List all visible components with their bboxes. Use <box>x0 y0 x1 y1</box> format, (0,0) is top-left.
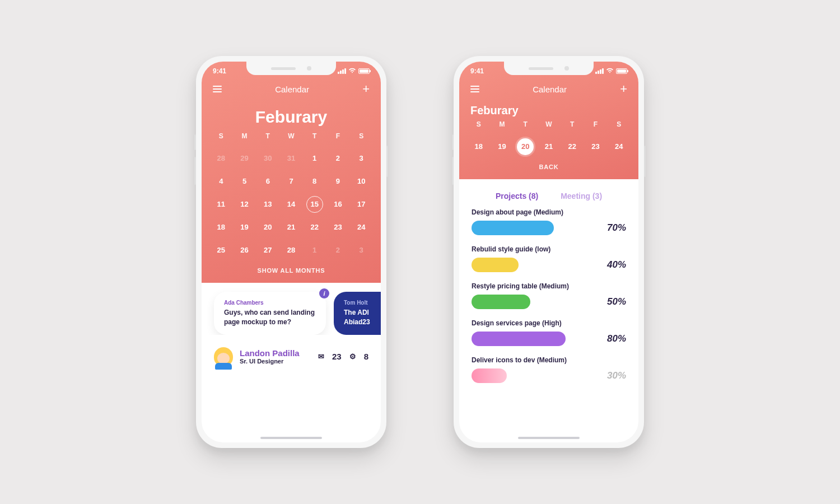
add-button[interactable]: + <box>620 83 627 95</box>
navbar-title: Calendar <box>533 85 567 94</box>
show-all-months-button[interactable]: SHOW ALL MONTHS <box>202 262 381 283</box>
day-cell[interactable]: 22 <box>561 135 584 158</box>
day-cell[interactable]: 27 <box>256 239 279 262</box>
home-indicator[interactable] <box>260 437 322 439</box>
weekday-label: T <box>256 132 279 140</box>
weekday-label: T <box>561 120 584 128</box>
project-label: Rebulid style guide (low) <box>472 245 626 253</box>
settings-count: 8 <box>364 352 368 361</box>
progress-bar <box>472 221 554 235</box>
day-cell[interactable]: 4 <box>209 170 233 193</box>
phone-calendar-week: 9:41 Calendar + Feburary SMTWTFS <box>454 56 644 448</box>
week-days: 18192021222324 <box>459 135 638 158</box>
weekday-label: F <box>326 132 350 140</box>
info-icon[interactable]: i <box>319 288 329 298</box>
project-item[interactable]: Restyle pricing table (Medium)50% <box>472 282 626 309</box>
day-cell[interactable]: 23 <box>584 135 608 158</box>
chat-sender: Ada Chambers <box>224 300 316 306</box>
day-cell[interactable]: 10 <box>349 170 373 193</box>
day-cell[interactable]: 28 <box>209 147 233 170</box>
progress-bar <box>472 258 519 272</box>
day-cell[interactable]: 15 <box>303 193 326 216</box>
day-cell[interactable]: 5 <box>233 170 256 193</box>
phone-calendar-month: 9:41 Calendar + Feburary SMTWTFS <box>196 56 386 448</box>
chat-card[interactable]: i Ada Chambers Guys, who can send landin… <box>214 292 326 335</box>
home-indicator[interactable] <box>518 437 580 439</box>
day-cell[interactable]: 24 <box>349 216 373 239</box>
profile-row: Landon Padilla Sr. UI Designer ✉ 23 ⚙ 8 <box>202 335 381 379</box>
weekday-label: F <box>584 120 608 128</box>
day-cell[interactable]: 20 <box>256 216 279 239</box>
add-button[interactable]: + <box>362 83 370 95</box>
day-cell[interactable]: 19 <box>491 135 514 158</box>
day-cell[interactable]: 21 <box>279 216 303 239</box>
day-cell[interactable]: 18 <box>209 216 233 239</box>
day-cell[interactable]: 25 <box>209 239 233 262</box>
day-cell[interactable]: 23 <box>326 216 350 239</box>
day-cell[interactable]: 3 <box>349 239 373 262</box>
day-cell[interactable]: 8 <box>303 170 326 193</box>
day-row: 45678910 <box>202 170 381 193</box>
menu-icon[interactable] <box>213 86 222 92</box>
project-item[interactable]: Rebulid style guide (low)40% <box>472 245 626 272</box>
month-title: Feburary <box>202 108 381 127</box>
project-item[interactable]: Design services page (High)80% <box>472 319 626 346</box>
weekday-header: SMTWTFS <box>202 132 381 147</box>
day-cell[interactable]: 11 <box>209 193 233 216</box>
project-item[interactable]: Design about page (Medium)70% <box>472 208 626 235</box>
weekday-label: T <box>514 120 537 128</box>
mail-icon[interactable]: ✉ <box>318 352 324 361</box>
day-cell[interactable]: 7 <box>279 170 303 193</box>
progress-percent: 40% <box>607 259 626 270</box>
back-button[interactable]: BACK <box>459 158 638 179</box>
day-cell[interactable]: 26 <box>233 239 256 262</box>
day-cell[interactable]: 20 <box>514 135 537 158</box>
day-cell[interactable]: 18 <box>467 135 491 158</box>
day-cell[interactable]: 29 <box>233 147 256 170</box>
projects-list: Design about page (Medium)70%Rebulid sty… <box>459 208 638 399</box>
day-cell[interactable]: 30 <box>256 147 279 170</box>
day-cell[interactable]: 12 <box>233 193 256 216</box>
progress-bar <box>472 332 566 346</box>
progress-percent: 30% <box>607 370 626 381</box>
day-cell[interactable]: 3 <box>349 147 373 170</box>
chat-carousel[interactable]: i Ada Chambers Guys, who can send landin… <box>202 283 381 335</box>
day-cell[interactable]: 22 <box>303 216 326 239</box>
day-cell[interactable]: 31 <box>279 147 303 170</box>
day-cell[interactable]: 16 <box>326 193 350 216</box>
signal-icon <box>595 68 604 74</box>
day-cell[interactable]: 17 <box>349 193 373 216</box>
project-label: Design services page (High) <box>472 319 626 327</box>
month-title: Feburary <box>470 104 638 117</box>
day-cell[interactable]: 13 <box>256 193 279 216</box>
day-cell[interactable]: 24 <box>607 135 631 158</box>
menu-icon[interactable] <box>470 86 479 92</box>
tab-meeting[interactable]: Meeting (3) <box>561 192 602 200</box>
day-cell[interactable]: 28 <box>279 239 303 262</box>
progress-bar <box>472 295 530 309</box>
day-cell[interactable]: 21 <box>537 135 561 158</box>
day-cell[interactable]: 2 <box>326 147 350 170</box>
status-time: 9:41 <box>213 67 226 75</box>
day-row: 25262728123 <box>202 239 381 262</box>
day-row: 11121314151617 <box>202 193 381 216</box>
gear-icon[interactable]: ⚙ <box>349 352 356 361</box>
day-cell[interactable]: 1 <box>303 239 326 262</box>
weekday-label: W <box>537 120 561 128</box>
project-label: Deliver icons to dev (Medium) <box>472 356 626 364</box>
day-cell[interactable]: 9 <box>326 170 350 193</box>
project-label: Design about page (Medium) <box>472 208 626 216</box>
project-item[interactable]: Deliver icons to dev (Medium)30% <box>472 356 626 383</box>
avatar[interactable] <box>214 347 233 366</box>
day-cell[interactable]: 2 <box>326 239 350 262</box>
weekday-label: S <box>349 132 373 140</box>
day-cell[interactable]: 14 <box>279 193 303 216</box>
weekday-label: S <box>467 120 491 128</box>
day-cell[interactable]: 1 <box>303 147 326 170</box>
status-time: 9:41 <box>470 67 484 75</box>
tab-projects[interactable]: Projects (8) <box>496 192 538 200</box>
weekday-label: M <box>491 120 514 128</box>
day-cell[interactable]: 6 <box>256 170 279 193</box>
chat-card[interactable]: Tom Holt The ADI Abiad23 <box>334 292 381 335</box>
day-cell[interactable]: 19 <box>233 216 256 239</box>
